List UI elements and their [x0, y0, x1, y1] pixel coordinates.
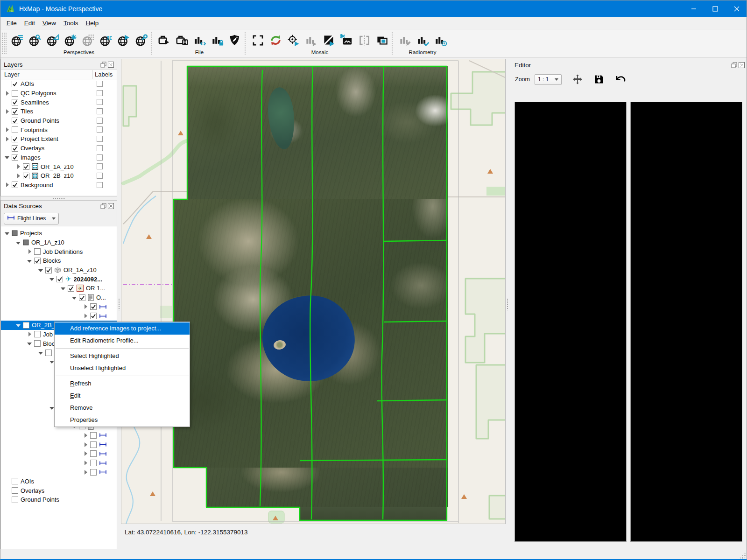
labels-checkbox[interactable] [97, 108, 103, 114]
checkbox[interactable] [90, 303, 97, 310]
checkbox[interactable] [90, 450, 97, 457]
checkbox[interactable] [34, 258, 41, 264]
layer-row[interactable]: Images [1, 153, 117, 162]
float-panel-icon[interactable] [100, 203, 106, 209]
undo-icon[interactable] [615, 74, 626, 85]
context-menu-item-properties[interactable]: Properties [55, 414, 190, 426]
toolbar-grip[interactable] [1, 32, 7, 55]
resize-grip[interactable] [739, 552, 746, 559]
menu-help[interactable]: Help [82, 18, 103, 28]
expander-expanded-icon[interactable] [27, 341, 33, 346]
flight-lines-dropdown[interactable]: Flight Lines [4, 213, 59, 224]
layer-row[interactable]: Background [1, 181, 117, 190]
checkbox[interactable] [12, 81, 18, 87]
save-icon[interactable] [593, 74, 605, 85]
labels-checkbox[interactable] [97, 81, 103, 87]
expander-collapsed-icon[interactable] [83, 469, 89, 475]
image-stack-icon[interactable] [373, 31, 391, 49]
zoom-ratio-select[interactable]: 1 : 1 [535, 74, 562, 85]
perspective-flightlines-icon[interactable] [8, 31, 26, 49]
close-button[interactable] [726, 0, 747, 17]
tree-row[interactable]: AOIs [1, 477, 117, 486]
tree-row[interactable]: Projects [1, 229, 117, 238]
tree-row[interactable]: Job Definitions [1, 247, 117, 256]
context-menu-item-select-highlighted[interactable]: Select Highlighted [55, 350, 190, 362]
labels-checkbox[interactable] [97, 154, 103, 161]
expander-collapsed-icon[interactable] [83, 442, 89, 448]
context-menu-item-add-reference-images-to-project[interactable]: Add reference images to project... [55, 322, 190, 335]
labels-checkbox[interactable] [97, 182, 103, 188]
radiometry-history-icon[interactable] [431, 31, 449, 49]
radiometry-apply-icon[interactable] [414, 31, 431, 49]
expander-collapsed-icon[interactable] [5, 91, 10, 96]
checkbox[interactable] [12, 154, 18, 161]
minimize-button[interactable] [683, 0, 705, 17]
context-menu-item-edit[interactable]: Edit [55, 390, 190, 402]
left-map-splitter[interactable] [117, 59, 121, 549]
checkbox[interactable] [23, 173, 29, 179]
perspective-settings-icon[interactable] [61, 31, 79, 49]
expander-expanded-icon[interactable] [16, 322, 21, 328]
checkbox[interactable] [12, 145, 18, 152]
checkbox[interactable] [90, 432, 97, 439]
checkbox[interactable] [90, 441, 97, 448]
tree-row[interactable] [1, 431, 117, 440]
map-viewport[interactable] [121, 59, 506, 524]
checkbox[interactable] [12, 99, 18, 105]
layer-row[interactable]: Project Extent [1, 134, 117, 144]
seed-point-run-icon[interactable] [284, 31, 302, 49]
expander-collapsed-icon[interactable] [5, 127, 10, 133]
expander-expanded-icon[interactable] [38, 350, 44, 356]
layers-column-header[interactable]: Layer Labels [1, 70, 117, 79]
run-job-icon[interactable] [155, 31, 173, 49]
map-editor-splitter[interactable] [506, 59, 509, 549]
close-panel-icon[interactable] [108, 62, 114, 68]
expander-collapsed-icon[interactable] [27, 331, 33, 337]
float-panel-icon[interactable] [731, 62, 737, 68]
close-panel-icon[interactable] [108, 203, 114, 209]
tree-row[interactable] [1, 440, 117, 449]
expander-collapsed-icon[interactable] [16, 164, 21, 169]
checkbox[interactable] [90, 469, 97, 476]
tree-row[interactable] [1, 311, 117, 321]
context-menu-item-unselect-highlighted[interactable]: Unselect Highlighted [55, 362, 190, 374]
tree-row[interactable]: ✈OR 1... [1, 284, 117, 293]
expander-collapsed-icon[interactable] [83, 460, 89, 466]
menu-view[interactable]: View [39, 18, 60, 28]
checkbox[interactable] [56, 276, 63, 282]
close-panel-icon[interactable] [739, 62, 745, 68]
checkbox[interactable] [34, 248, 41, 255]
zoom-extent-icon[interactable] [249, 31, 267, 49]
seamline-cut-icon[interactable] [338, 31, 355, 49]
checkbox[interactable] [12, 182, 18, 188]
maximize-button[interactable] [705, 0, 726, 17]
checkbox[interactable] [23, 322, 29, 329]
labels-checkbox[interactable] [97, 136, 103, 142]
statistics-lock-icon[interactable] [208, 31, 226, 49]
expander-collapsed-icon[interactable] [5, 182, 10, 188]
tree-row[interactable]: Overlays [1, 486, 117, 495]
expander-collapsed-icon[interactable] [83, 313, 89, 319]
expander-collapsed-icon[interactable] [16, 173, 21, 179]
checkbox[interactable] [12, 118, 18, 124]
context-menu-item-refresh[interactable]: Refresh [55, 378, 190, 390]
checkbox[interactable] [12, 478, 18, 484]
menu-file[interactable]: File [3, 18, 21, 28]
layer-row[interactable]: OR_1A_z10 [1, 162, 117, 171]
checkbox[interactable] [45, 350, 52, 356]
expander-expanded-icon[interactable] [16, 240, 21, 245]
checkbox[interactable] [90, 460, 97, 466]
checkbox[interactable] [12, 90, 18, 97]
checkbox[interactable] [12, 126, 18, 133]
perspective-search-icon[interactable] [26, 31, 43, 49]
layer-row[interactable]: Footprints [1, 125, 117, 134]
expander-collapsed-icon[interactable] [83, 451, 89, 456]
editor-image-view-right[interactable] [630, 102, 742, 542]
tree-row[interactable]: OR_1A_z10 [1, 266, 117, 275]
save-job-icon[interactable] [173, 31, 190, 49]
expander-collapsed-icon[interactable] [83, 433, 89, 438]
checkbox[interactable] [68, 285, 74, 292]
pan-icon[interactable] [572, 74, 583, 85]
checkbox[interactable] [12, 136, 18, 142]
checkbox[interactable] [12, 497, 18, 503]
